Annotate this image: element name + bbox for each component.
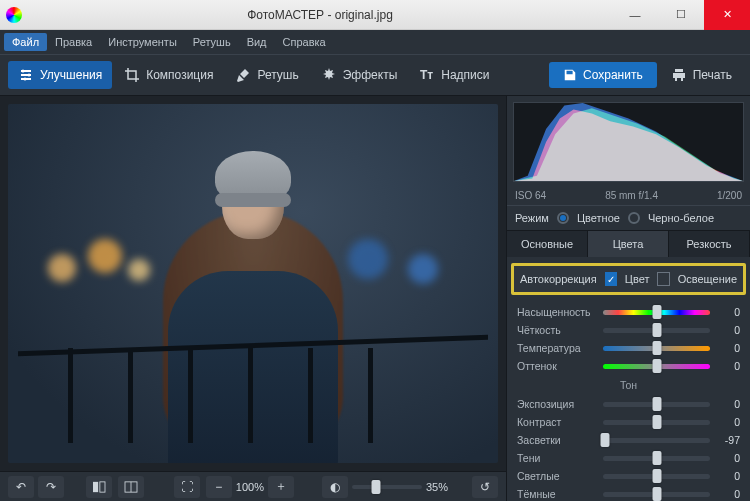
- original-toggle[interactable]: [86, 476, 112, 498]
- exif-row: ISO 64 85 mm f/1.4 1/200: [507, 188, 750, 205]
- slider-label-highlights: Засветки: [517, 434, 595, 446]
- tool-0[interactable]: Улучшения: [8, 61, 112, 89]
- slider-label-darks: Тёмные: [517, 488, 595, 500]
- slider-temperature: Температура0: [517, 339, 740, 357]
- minimize-button[interactable]: —: [612, 0, 658, 30]
- opacity-slider[interactable]: [352, 485, 422, 489]
- content-area: ↶ ↷ ⛶ − 100% ＋ ◐ 35%: [0, 96, 750, 501]
- autocorr-color-label: Цвет: [625, 273, 650, 285]
- save-button[interactable]: Сохранить: [549, 62, 657, 88]
- tab-sharp[interactable]: Резкость: [669, 231, 750, 257]
- zoom-value: 100%: [236, 481, 264, 493]
- slider-value-clarity: 0: [718, 324, 740, 336]
- slider-lights: Светлые0: [517, 467, 740, 485]
- tab-colors[interactable]: Цвета: [588, 231, 669, 257]
- window-buttons: — ☐ ✕: [612, 0, 750, 30]
- tool-3[interactable]: Эффекты: [311, 61, 408, 89]
- exif-iso: ISO 64: [515, 190, 546, 201]
- opacity-toggle[interactable]: ◐: [322, 476, 348, 498]
- autocorr-label: Автокоррекция: [520, 273, 597, 285]
- tool-1[interactable]: Композиция: [114, 61, 223, 89]
- tool-icon-3: [321, 67, 337, 83]
- svg-text:Tт: Tт: [420, 68, 433, 82]
- compare-toggle[interactable]: [118, 476, 144, 498]
- mode-bw-radio[interactable]: [628, 212, 640, 224]
- tool-4[interactable]: TтНадписи: [409, 61, 499, 89]
- slider-value-saturation: 0: [718, 306, 740, 318]
- slider-track-clarity[interactable]: [603, 328, 710, 333]
- save-label: Сохранить: [583, 68, 643, 82]
- slider-label-saturation: Насыщенность: [517, 306, 595, 318]
- slider-highlights: Засветки-97: [517, 431, 740, 449]
- app-window: ФотоМАСТЕР - original.jpg — ☐ ✕ ФайлПрав…: [0, 0, 750, 501]
- status-bar: ↶ ↷ ⛶ − 100% ＋ ◐ 35%: [0, 471, 506, 501]
- mode-bw-label: Черно-белое: [648, 212, 714, 224]
- close-button[interactable]: ✕: [704, 0, 750, 30]
- slider-contrast: Контраст0: [517, 413, 740, 431]
- redo-button[interactable]: ↷: [38, 476, 64, 498]
- autocorr-light-label: Освещение: [678, 273, 737, 285]
- menu-bar: ФайлПравкаИнструментыРетушьВидСправка: [0, 30, 750, 54]
- slider-exposure: Экспозиция0: [517, 395, 740, 413]
- tool-icon-0: [18, 67, 34, 83]
- slider-value-temperature: 0: [718, 342, 740, 354]
- menu-item-4[interactable]: Вид: [239, 33, 275, 51]
- adjust-panel: ISO 64 85 mm f/1.4 1/200 Режим Цветное Ч…: [506, 96, 750, 501]
- mode-label: Режим: [515, 212, 549, 224]
- slider-track-saturation[interactable]: [603, 310, 710, 315]
- slider-value-exposure: 0: [718, 398, 740, 410]
- menu-item-3[interactable]: Ретушь: [185, 33, 239, 51]
- slider-track-lights[interactable]: [603, 474, 710, 479]
- main-toolbar: УлучшенияКомпозицияРетушьЭффектыTтНадпис…: [0, 54, 750, 96]
- slider-track-contrast[interactable]: [603, 420, 710, 425]
- menu-item-0[interactable]: Файл: [4, 33, 47, 51]
- print-button[interactable]: Печать: [661, 61, 742, 89]
- slider-value-contrast: 0: [718, 416, 740, 428]
- save-icon: [563, 68, 577, 82]
- svg-point-2: [24, 78, 27, 81]
- tool-2[interactable]: Ретушь: [225, 61, 308, 89]
- menu-item-2[interactable]: Инструменты: [100, 33, 185, 51]
- mode-color-label: Цветное: [577, 212, 620, 224]
- print-label: Печать: [693, 68, 732, 82]
- zoom-out-button[interactable]: −: [206, 476, 232, 498]
- print-icon: [671, 67, 687, 83]
- canvas-area: ↶ ↷ ⛶ − 100% ＋ ◐ 35%: [0, 96, 506, 501]
- slider-track-tint[interactable]: [603, 364, 710, 369]
- opacity-value: 35%: [426, 481, 448, 493]
- histogram: [513, 102, 744, 182]
- tab-primary[interactable]: Основные: [507, 231, 588, 257]
- mode-color-radio[interactable]: [557, 212, 569, 224]
- slider-value-darks: 0: [718, 488, 740, 500]
- fit-button[interactable]: ⛶: [174, 476, 200, 498]
- slider-label-exposure: Экспозиция: [517, 398, 595, 410]
- menu-item-1[interactable]: Правка: [47, 33, 100, 51]
- slider-value-highlights: -97: [718, 434, 740, 446]
- image-canvas[interactable]: [8, 104, 498, 463]
- tool-row: УлучшенияКомпозицияРетушьЭффектыTтНадпис…: [8, 61, 500, 89]
- maximize-button[interactable]: ☐: [658, 0, 704, 30]
- slider-track-temperature[interactable]: [603, 346, 710, 351]
- mode-row: Режим Цветное Черно-белое: [507, 205, 750, 231]
- tool-icon-2: [235, 67, 251, 83]
- sliders-area: Насыщенность0Чёткость0Температура0Оттено…: [507, 301, 750, 501]
- slider-shadows: Тени0: [517, 449, 740, 467]
- slider-track-exposure[interactable]: [603, 402, 710, 407]
- autocorr-light-check[interactable]: [657, 272, 669, 286]
- adjust-tabs: Основные Цвета Резкость: [507, 231, 750, 257]
- slider-track-highlights[interactable]: [603, 438, 710, 443]
- slider-label-tint: Оттенок: [517, 360, 595, 372]
- exif-shutter: 1/200: [717, 190, 742, 201]
- zoom-in-button[interactable]: ＋: [268, 476, 294, 498]
- autocorr-color-check[interactable]: ✓: [605, 272, 617, 286]
- reset-button[interactable]: ↺: [472, 476, 498, 498]
- svg-rect-5: [100, 481, 105, 491]
- photo-railing: [8, 343, 498, 443]
- slider-track-darks[interactable]: [603, 492, 710, 497]
- slider-track-shadows[interactable]: [603, 456, 710, 461]
- svg-point-0: [22, 70, 25, 73]
- menu-item-5[interactable]: Справка: [275, 33, 334, 51]
- undo-button[interactable]: ↶: [8, 476, 34, 498]
- slider-saturation: Насыщенность0: [517, 303, 740, 321]
- tool-icon-4: Tт: [419, 67, 435, 83]
